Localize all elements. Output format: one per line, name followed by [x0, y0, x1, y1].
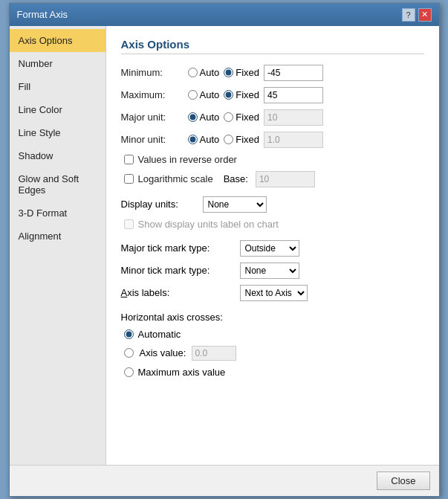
axis-labels-underline-a: A [121, 287, 128, 298]
minor-unit-fixed-label[interactable]: Fixed [224, 134, 259, 145]
help-button[interactable]: ? [402, 8, 415, 22]
dialog-footer: Close [10, 465, 439, 496]
horiz-max-label[interactable]: Maximum axis value [138, 367, 226, 378]
display-units-select[interactable]: None Hundreds Thousands Millions Billion… [203, 196, 267, 213]
horiz-max-row: Maximum axis value [124, 367, 424, 378]
show-units-checkbox[interactable] [124, 219, 134, 229]
major-unit-auto-label[interactable]: Auto [188, 112, 220, 123]
reverse-order-checkbox[interactable] [124, 155, 134, 164]
minor-unit-auto-radio[interactable] [188, 135, 198, 144]
minor-unit-fixed-text: Fixed [236, 134, 259, 145]
main-panel: Axis Options Minimum: Auto Fixed -45 [106, 26, 439, 465]
sidebar-item-glow[interactable]: Glow and Soft Edges [10, 167, 105, 202]
major-unit-fixed-text: Fixed [236, 112, 259, 123]
reverse-order-row: Values in reverse order [124, 154, 424, 165]
minimum-radio-group: Auto Fixed -45 [188, 65, 324, 81]
format-axis-dialog: Format Axis ? ✕ Axis Options Number Fill… [9, 3, 440, 497]
horiz-axis-value-input[interactable] [192, 346, 236, 361]
axis-labels-text: xis labels: [127, 287, 169, 298]
minimum-auto-label[interactable]: Auto [188, 67, 220, 78]
sidebar-item-axis-options[interactable]: Axis Options [10, 29, 105, 52]
base-value-input[interactable] [256, 171, 315, 187]
base-label: Base: [224, 173, 248, 184]
minor-unit-label: Minor unit: [121, 134, 188, 145]
minimum-value-input[interactable]: -45 [264, 65, 323, 81]
horiz-axis-value-label[interactable]: Axis value: [140, 347, 186, 358]
maximum-auto-label[interactable]: Auto [188, 89, 220, 100]
maximum-fixed-label[interactable]: Fixed [224, 89, 259, 100]
major-unit-fixed-label[interactable]: Fixed [224, 112, 259, 123]
minor-unit-auto-text: Auto [200, 134, 220, 145]
horiz-crosses-title: Horizontal axis crosses: [121, 312, 424, 323]
sidebar-item-fill[interactable]: Fill [10, 75, 105, 98]
sidebar-item-number[interactable]: Number [10, 52, 105, 75]
major-unit-row: Major unit: Auto Fixed [121, 109, 424, 126]
log-scale-row: Logarithmic scale Base: [124, 171, 424, 187]
maximum-auto-text: Auto [200, 89, 220, 100]
minor-tick-row: Minor tick mark type: None Inside Outsid… [121, 263, 424, 279]
reverse-order-label[interactable]: Values in reverse order [138, 154, 237, 165]
title-bar: Format Axis ? ✕ [10, 4, 439, 26]
display-units-label: Display units: [121, 199, 203, 210]
maximum-value-input[interactable]: 45 [264, 87, 323, 103]
log-scale-checkbox[interactable] [124, 174, 134, 184]
horiz-automatic-row: Automatic [124, 329, 424, 340]
axis-labels-select[interactable]: None Low High Next to Axis [240, 285, 308, 301]
maximum-radio-group: Auto Fixed 45 [188, 87, 324, 103]
maximum-fixed-radio[interactable] [224, 90, 233, 100]
title-bar-buttons: ? ✕ [402, 8, 432, 22]
major-unit-auto-text: Auto [200, 112, 220, 123]
section-title: Axis Options [121, 38, 424, 54]
minimum-fixed-label[interactable]: Fixed [224, 67, 259, 78]
major-unit-label: Major unit: [121, 112, 188, 123]
minimum-fixed-radio[interactable] [224, 68, 233, 77]
minimum-auto-text: Auto [200, 67, 220, 78]
minor-unit-row: Minor unit: Auto Fixed [121, 132, 424, 148]
minor-unit-auto-label[interactable]: Auto [188, 134, 220, 145]
maximum-fixed-text: Fixed [236, 89, 259, 100]
show-units-row: Show display units label on chart [124, 219, 424, 230]
maximum-auto-radio[interactable] [188, 90, 198, 100]
major-tick-label: Major tick mark type: [121, 242, 240, 254]
maximum-row: Maximum: Auto Fixed 45 [121, 87, 424, 103]
sidebar-item-3d-format[interactable]: 3-D Format [10, 202, 105, 225]
minor-unit-value-input[interactable] [264, 132, 323, 148]
major-tick-row: Major tick mark type: None Inside Outsid… [121, 240, 424, 257]
major-unit-auto-radio[interactable] [188, 112, 198, 122]
maximum-label: Maximum: [121, 89, 188, 100]
major-unit-fixed-radio[interactable] [224, 112, 233, 122]
sidebar-item-shadow[interactable]: Shadow [10, 144, 105, 167]
display-units-row: Display units: None Hundreds Thousands M… [121, 196, 424, 213]
horiz-automatic-label[interactable]: Automatic [138, 329, 181, 340]
minor-tick-select[interactable]: None Inside Outside Cross [240, 263, 299, 279]
minor-unit-radio-group: Auto Fixed [188, 132, 324, 148]
axis-labels-row: Axis labels: None Low High Next to Axis [121, 285, 424, 301]
major-unit-value-input[interactable] [264, 109, 323, 126]
horizontal-axis-section: Horizontal axis crosses: Automatic Axis … [121, 312, 424, 378]
minor-tick-label: Minor tick mark type: [121, 265, 240, 276]
title-close-button[interactable]: ✕ [418, 8, 432, 22]
minimum-auto-radio[interactable] [188, 68, 198, 77]
show-units-label: Show display units label on chart [138, 219, 279, 230]
log-scale-label[interactable]: Logarithmic scale [138, 173, 213, 184]
sidebar-item-line-color[interactable]: Line Color [10, 98, 105, 121]
horiz-axis-value-radio[interactable] [124, 348, 134, 358]
close-button[interactable]: Close [377, 471, 429, 490]
axis-labels-label: Axis labels: [121, 287, 240, 298]
minimum-row: Minimum: Auto Fixed -45 [121, 65, 424, 81]
minimum-fixed-text: Fixed [236, 67, 259, 78]
horiz-max-radio[interactable] [124, 367, 134, 377]
horiz-axis-value-row: Axis value: [124, 346, 424, 361]
dialog-body: Axis Options Number Fill Line Color Line… [10, 26, 439, 465]
dialog-title: Format Axis [17, 9, 68, 20]
major-tick-select[interactable]: None Inside Outside Cross [240, 240, 299, 257]
minimum-label: Minimum: [121, 67, 188, 78]
horiz-automatic-radio[interactable] [124, 329, 134, 339]
minor-unit-fixed-radio[interactable] [224, 135, 233, 144]
major-unit-radio-group: Auto Fixed [188, 109, 324, 126]
sidebar-item-alignment[interactable]: Alignment [10, 225, 105, 248]
sidebar-item-line-style[interactable]: Line Style [10, 121, 105, 144]
sidebar: Axis Options Number Fill Line Color Line… [10, 26, 106, 465]
